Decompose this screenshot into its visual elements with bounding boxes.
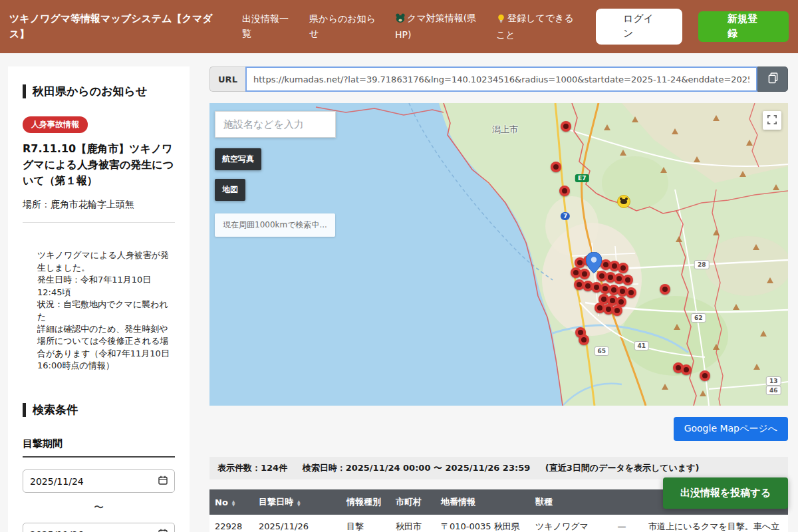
app-header: ツキノワグマ等情報マップシステム【クマダス】 出没情報一覧 県からのお知らせ ク… — [0, 0, 798, 53]
table-cell: 〒010-0035 秋田県秋田市城南町地内 — [436, 515, 530, 532]
nav-sightings-list[interactable]: 出没情報一覧 — [242, 12, 292, 41]
signup-button[interactable]: 新規登録 — [698, 11, 789, 42]
sighting-marker[interactable] — [700, 370, 710, 381]
column-header[interactable]: No▲▼ — [209, 489, 253, 515]
sighting-marker[interactable] — [559, 186, 570, 196]
bear-icon — [620, 199, 627, 204]
column-header: 地番情報 — [436, 489, 530, 515]
search-datetime: 検索日時：2025/11/24 00:00 〜 2025/11/26 23:59 — [303, 463, 531, 473]
table-cell: 目撃 — [341, 515, 390, 532]
fullscreen-button[interactable] — [763, 111, 781, 130]
results-section: 表示件数：124件 検索日時：2025/11/24 00:00 〜 2025/1… — [209, 457, 788, 532]
date-from-field[interactable]: 2025/11/24 — [23, 469, 175, 493]
table-cell: 秋田市 — [390, 515, 436, 532]
column-header: 獣種 — [530, 489, 600, 515]
table-cell: 市道上にいるクマを目撃。車へ立ち去り — [643, 515, 788, 532]
sighting-marker[interactable] — [622, 275, 633, 285]
road-shield: 62 — [691, 313, 706, 323]
login-button-label: ログイン — [623, 12, 655, 41]
url-bar: URL — [209, 66, 788, 92]
results-count: 表示件数：124件 — [217, 463, 287, 473]
sort-icon[interactable]: ▲▼ — [232, 499, 235, 506]
sighting-marker[interactable] — [618, 263, 628, 273]
sighting-marker[interactable] — [612, 305, 622, 316]
notice-heading: 秋田県からのお知らせ — [23, 84, 175, 98]
table-cell: — — [600, 515, 643, 532]
nav-bear-info-label: クマ対策情報(県HP) — [395, 13, 476, 40]
map-view-button[interactable]: 地図 — [215, 179, 245, 201]
road-shield: 41 — [634, 341, 650, 350]
road-shield: 65 — [595, 346, 610, 356]
nav-registration-info-label: 登録してできること — [496, 13, 574, 40]
search-radius-chip: 現在周囲1000kmで検索中... — [215, 213, 335, 237]
table-cell: ツキノワグマ — [530, 515, 600, 532]
signup-button-label: 新規登録 — [728, 12, 759, 41]
divider — [23, 222, 175, 223]
notice-title[interactable]: R7.11.10【鹿角市】ツキノワグマによる人身被害の発生について（第１報） — [23, 141, 175, 189]
date-to-field[interactable]: 2025/11/26 — [23, 523, 175, 532]
column-header: 市町村 — [390, 489, 436, 515]
url-label: URL — [209, 66, 245, 92]
main-content: URL — [209, 66, 788, 532]
lightbulb-icon — [496, 13, 506, 28]
date-to-value: 2025/11/26 — [30, 529, 84, 532]
fullscreen-icon — [767, 115, 777, 126]
google-map-button[interactable]: Google Mapページへ — [674, 417, 788, 441]
road-shield: E7 — [575, 174, 589, 182]
nav-prefecture-news[interactable]: 県からのお知らせ — [309, 12, 378, 41]
city-label: 潟上市 — [492, 124, 518, 136]
map-canvas[interactable]: 潟上市 E77286241651346 航空写真 地図 現在周囲1000kmで検… — [209, 103, 788, 406]
sighting-marker[interactable] — [626, 287, 636, 298]
road-shield: 7 — [561, 212, 570, 220]
column-header: 情報種別 — [341, 489, 390, 515]
table-cell: 2025/11/26 15:20 — [253, 515, 341, 532]
nav-bear-info[interactable]: クマ対策情報(県HP) — [395, 11, 479, 42]
google-map-row: Google Mapページへ — [209, 417, 788, 441]
nav-sightings-list-label: 出没情報一覧 — [242, 12, 292, 41]
results-note: (直近3日間のデータを表示しています) — [545, 463, 700, 473]
sidebar: 秋田県からのお知らせ 人身事故情報 R7.11.10【鹿角市】ツキノワグマによる… — [8, 66, 190, 532]
sighting-marker[interactable] — [561, 121, 571, 132]
satellite-view-button[interactable]: 航空写真 — [215, 148, 261, 170]
map-search-input[interactable] — [215, 111, 336, 138]
sighting-marker[interactable] — [579, 334, 589, 345]
accident-info-badge: 人身事故情報 — [23, 116, 88, 133]
notice-place: 場所：鹿角市花輪字上頭無 — [23, 199, 175, 211]
url-input[interactable] — [245, 66, 757, 92]
nav-registration-info[interactable]: 登録してできること — [496, 11, 580, 42]
current-location-pin[interactable] — [586, 252, 602, 276]
table-cell: 22928 — [209, 515, 253, 532]
table-row[interactable]: 229282025/11/26 15:20目撃秋田市〒010-0035 秋田県秋… — [209, 515, 788, 532]
search-conditions-heading: 検索条件 — [23, 403, 175, 417]
results-stats-bar: 表示件数：124件 検索日時：2025/11/24 00:00 〜 2025/1… — [209, 457, 788, 479]
column-header[interactable]: 目撃日時▲▼ — [253, 489, 341, 515]
sort-icon[interactable]: ▲▼ — [297, 499, 301, 506]
app-title[interactable]: ツキノワグマ等情報マップシステム【クマダス】 — [9, 11, 226, 43]
copy-icon — [768, 72, 778, 86]
nav-prefecture-news-label: 県からのお知らせ — [309, 12, 378, 41]
road-shield: 46 — [766, 386, 781, 395]
sighting-period-heading: 目撃期間 — [23, 438, 175, 458]
road-shield: 28 — [694, 260, 710, 269]
sighting-marker[interactable] — [681, 364, 692, 375]
bear-sighting-highlight-marker[interactable] — [617, 195, 630, 208]
date-range-separator: 〜 — [23, 501, 175, 514]
copy-url-button[interactable] — [757, 66, 788, 92]
calendar-icon[interactable] — [158, 529, 168, 532]
bear-icon — [395, 13, 406, 28]
date-from-value: 2025/11/24 — [30, 476, 84, 487]
sightings-table-body: 229282025/11/26 15:20目撃秋田市〒010-0035 秋田県秋… — [209, 515, 788, 532]
sighting-marker[interactable] — [551, 162, 561, 172]
notice-body: ツキノワグマによる人身被害が発生しました。 発生日時：令和7年11月10日12:… — [37, 249, 175, 372]
road-shield: 13 — [766, 376, 781, 386]
sighting-marker[interactable] — [660, 284, 670, 295]
calendar-icon[interactable] — [158, 475, 168, 487]
header-nav: 出没情報一覧 県からのお知らせ クマ対策情報(県HP) 登録してできること — [242, 11, 580, 42]
column-header — [600, 489, 643, 515]
map-markers-layer: 潟上市 E77286241651346 — [209, 103, 788, 406]
login-button[interactable]: ログイン — [596, 9, 682, 45]
post-sighting-button[interactable]: 出没情報を投稿する — [663, 477, 788, 509]
